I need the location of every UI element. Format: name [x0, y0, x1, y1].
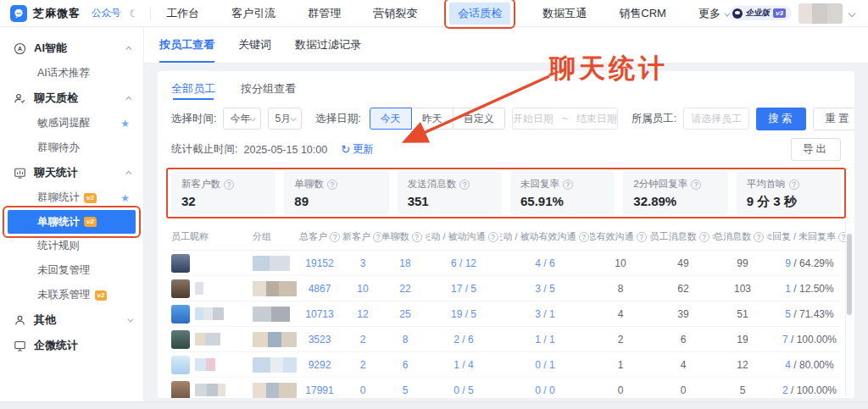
reset-button[interactable]: 重置 [813, 108, 854, 130]
date-range-input[interactable]: 开始日期 ~ 结束日期 [512, 108, 618, 130]
sidebar-item-AI话术推荐[interactable]: AI话术推荐 [0, 61, 143, 86]
sidebar-item-敏感词提醒[interactable]: 敏感词提醒★ [0, 111, 143, 135]
unreplied-count-link[interactable]: 1 [785, 283, 791, 295]
unreplied-count-link[interactable]: 2 [782, 384, 788, 396]
help-icon[interactable] [459, 180, 470, 190]
cell-new-customers-link[interactable]: 10 [342, 283, 383, 295]
unreplied-count-link[interactable]: 9 [785, 257, 791, 269]
search-button[interactable]: 搜索 [756, 108, 806, 130]
cell-new-customers-link[interactable]: 12 [342, 308, 383, 320]
horizontal-scrollbar-track[interactable] [0, 401, 868, 409]
sidebar-group-其他[interactable]: 其他 [0, 307, 143, 333]
column-header-staff_messages[interactable]: 员工消息数 [651, 230, 715, 243]
help-icon[interactable] [563, 180, 573, 190]
column-header-active_passive[interactable]: 主动 / 被动沟通 [427, 230, 500, 243]
nav-item-群管理[interactable]: 群管理 [308, 6, 341, 21]
nav-item-数据互通[interactable]: 数据互通 [542, 6, 587, 21]
cell-active-passive-effective-link[interactable]: 3 / 1 [500, 308, 590, 320]
help-icon[interactable] [699, 232, 709, 242]
cell-active-passive-effective-link[interactable]: 0 / 1 [500, 359, 590, 371]
help-icon[interactable] [579, 232, 589, 242]
tab-按员工查看[interactable]: 按员工查看 [159, 27, 214, 63]
nav-item-客户引流[interactable]: 客户引流 [231, 6, 275, 21]
view-tab-全部员工[interactable]: 全部员工 [171, 81, 215, 100]
sidebar-group-聊天质检[interactable]: 聊天质检 [0, 86, 143, 111]
sidebar-group-聊天统计[interactable]: 聊天统计 [0, 160, 143, 185]
user-avatar[interactable] [798, 3, 843, 24]
cell-chat-count-link[interactable]: 6 [383, 359, 427, 371]
nav-item-营销裂变[interactable]: 营销裂变 [373, 6, 417, 21]
date-option-自定义[interactable]: 自定义 [453, 108, 505, 130]
cell-total-customers-link[interactable]: 4867 [297, 283, 342, 295]
help-icon[interactable] [327, 180, 337, 190]
cell-chat-count-link[interactable]: 18 [383, 257, 427, 269]
cell-new-customers-link[interactable]: 2 [342, 359, 383, 371]
cell-chat-count-link[interactable]: 8 [383, 334, 427, 345]
sidebar-item-统计规则[interactable]: 统计规则 [0, 234, 143, 258]
export-button[interactable]: 导出 [791, 138, 841, 161]
cell-active-passive-effective-link[interactable]: 3 / 5 [500, 283, 590, 295]
column-header-total_messages[interactable]: 总消息数 [715, 230, 770, 243]
cell-total-customers-link[interactable]: 10713 [297, 308, 342, 320]
cell-new-customers-link[interactable]: 2 [342, 334, 383, 345]
help-icon[interactable] [488, 232, 498, 242]
refresh-link[interactable]: 更新 [353, 142, 374, 157]
cell-new-customers-link[interactable]: 3 [342, 257, 383, 269]
chevron-down-icon[interactable] [849, 9, 855, 16]
star-icon[interactable]: ★ [120, 118, 130, 130]
unreplied-count-link[interactable]: 4 [785, 359, 791, 371]
official-account-link[interactable]: 公众号 [92, 7, 121, 19]
tab-关键词[interactable]: 关键词 [238, 27, 271, 63]
date-option-今天[interactable]: 今天 [370, 108, 412, 130]
column-header-active_passive_effective[interactable]: 主动 / 被动有效沟通 [500, 230, 590, 243]
cell-chat-count-link[interactable]: 22 [383, 283, 427, 295]
sidebar-item-群聊统计[interactable]: 群聊统计v2★ [0, 185, 143, 210]
column-header-unreplied[interactable]: 未回复 / 未回复率 [770, 230, 849, 243]
star-icon[interactable]: ★ [120, 192, 130, 204]
sidebar-group-AI智能[interactable]: AAI智能 [0, 36, 143, 61]
cell-active-passive-link[interactable]: 6 / 12 [427, 257, 500, 269]
sidebar-item-单聊统计[interactable]: 单聊统计v2 [8, 210, 136, 234]
date-option-昨天[interactable]: 昨天 [411, 108, 453, 130]
unreplied-count-link[interactable]: 5 [785, 308, 791, 320]
cell-active-passive-effective-link[interactable]: 4 / 6 [500, 257, 590, 269]
cell-chat-count-link[interactable]: 25 [383, 308, 427, 320]
help-icon[interactable] [691, 180, 701, 190]
help-icon[interactable] [330, 232, 340, 242]
cell-total-customers-link[interactable]: 9292 [297, 359, 342, 371]
cell-active-passive-effective-link[interactable]: 0 / 0 [500, 384, 590, 396]
cell-total-customers-link[interactable]: 19152 [297, 257, 342, 269]
cell-active-passive-link[interactable]: 1 / 4 [427, 359, 500, 371]
cell-active-passive-link[interactable]: 0 / 5 [427, 384, 500, 396]
sidebar-item-群聊待办[interactable]: 群聊待办 [0, 135, 143, 160]
nav-item-工作台[interactable]: 工作台 [166, 6, 199, 21]
sidebar-group-企微统计[interactable]: 企微统计 [0, 333, 143, 358]
cell-active-passive-link[interactable]: 2 / 6 [427, 334, 500, 345]
nav-item-更多[interactable]: 更多 [698, 6, 728, 21]
view-tab-按分组查看[interactable]: 按分组查看 [241, 81, 296, 100]
tab-数据过滤记录[interactable]: 数据过滤记录 [295, 27, 361, 63]
cell-active-passive-link[interactable]: 19 / 5 [427, 308, 500, 320]
refresh-icon[interactable]: ↻ [341, 143, 350, 156]
year-select[interactable]: 今年 [223, 108, 261, 130]
help-icon[interactable] [412, 232, 422, 242]
column-header-chat_count[interactable]: 单聊数 [383, 230, 427, 243]
staff-select-input[interactable]: 请选择员工 [683, 108, 749, 130]
cell-total-customers-link[interactable]: 17991 [297, 384, 342, 396]
cell-active-passive-link[interactable]: 17 / 5 [427, 283, 500, 295]
help-icon[interactable] [754, 232, 764, 242]
sidebar-item-未回复管理[interactable]: 未回复管理 [0, 258, 143, 283]
help-icon[interactable] [373, 232, 383, 242]
nav-item-销售CRM[interactable]: 销售CRM [619, 6, 666, 21]
sidebar-item-未联系管理[interactable]: 未联系管理v2 [0, 283, 143, 307]
help-icon[interactable] [637, 232, 647, 242]
help-icon[interactable] [789, 180, 799, 190]
dark-mode-icon[interactable]: ☾ [130, 8, 139, 19]
column-header-total_effective[interactable]: 总有效沟通 [590, 230, 651, 243]
nav-item-会话质检[interactable]: 会话质检 [449, 3, 510, 25]
help-icon[interactable] [224, 180, 234, 190]
cell-chat-count-link[interactable]: 5 [383, 384, 427, 396]
scrollbar-thumb[interactable] [847, 234, 852, 315]
cell-total-customers-link[interactable]: 3523 [297, 334, 342, 345]
cell-active-passive-effective-link[interactable]: 1 / 1 [500, 334, 590, 345]
